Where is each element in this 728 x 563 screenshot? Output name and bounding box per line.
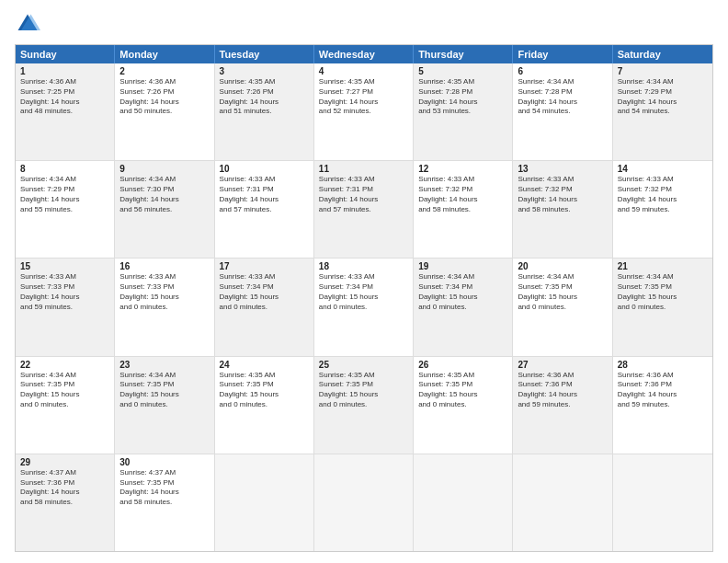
calendar-cell: 10Sunrise: 4:33 AM Sunset: 7:31 PM Dayli… xyxy=(215,161,314,258)
calendar-cell: 8Sunrise: 4:34 AM Sunset: 7:29 PM Daylig… xyxy=(16,161,115,258)
calendar-cell: 13Sunrise: 4:33 AM Sunset: 7:32 PM Dayli… xyxy=(513,161,612,258)
calendar-week-2: 15Sunrise: 4:33 AM Sunset: 7:33 PM Dayli… xyxy=(16,258,712,355)
header-cell-friday: Friday xyxy=(513,45,612,63)
calendar-cell: 25Sunrise: 4:35 AM Sunset: 7:35 PM Dayli… xyxy=(314,357,414,454)
day-number: 1 xyxy=(20,66,109,76)
header-cell-monday: Monday xyxy=(115,45,214,63)
day-number: 16 xyxy=(119,261,209,271)
day-number: 24 xyxy=(220,360,309,370)
calendar-cell: 18Sunrise: 4:33 AM Sunset: 7:34 PM Dayli… xyxy=(314,259,414,355)
calendar-cell: 26Sunrise: 4:35 AM Sunset: 7:35 PM Dayli… xyxy=(414,357,513,454)
cell-info: Sunrise: 4:33 AM Sunset: 7:32 PM Dayligh… xyxy=(618,175,708,214)
calendar-week-4: 29Sunrise: 4:37 AM Sunset: 7:36 PM Dayli… xyxy=(16,454,712,551)
cell-info: Sunrise: 4:37 AM Sunset: 7:35 PM Dayligh… xyxy=(119,468,209,508)
day-number: 15 xyxy=(20,261,109,271)
calendar-week-0: 1Sunrise: 4:36 AM Sunset: 7:25 PM Daylig… xyxy=(16,63,712,160)
cell-info: Sunrise: 4:33 AM Sunset: 7:31 PM Dayligh… xyxy=(319,175,408,214)
header-cell-saturday: Saturday xyxy=(613,45,712,63)
day-number: 5 xyxy=(418,66,507,76)
day-number: 21 xyxy=(618,261,708,271)
day-number: 2 xyxy=(119,66,209,76)
cell-info: Sunrise: 4:35 AM Sunset: 7:27 PM Dayligh… xyxy=(319,77,408,117)
cell-info: Sunrise: 4:37 AM Sunset: 7:36 PM Dayligh… xyxy=(20,468,109,508)
calendar-cell: 16Sunrise: 4:33 AM Sunset: 7:33 PM Dayli… xyxy=(115,259,214,355)
calendar-cell: 2Sunrise: 4:36 AM Sunset: 7:26 PM Daylig… xyxy=(115,63,214,160)
cell-info: Sunrise: 4:33 AM Sunset: 7:32 PM Dayligh… xyxy=(518,175,607,214)
day-number: 25 xyxy=(319,360,408,370)
cell-info: Sunrise: 4:36 AM Sunset: 7:36 PM Dayligh… xyxy=(618,371,708,410)
calendar-cell xyxy=(513,454,612,551)
cell-info: Sunrise: 4:33 AM Sunset: 7:34 PM Dayligh… xyxy=(220,272,309,312)
calendar-week-3: 22Sunrise: 4:34 AM Sunset: 7:35 PM Dayli… xyxy=(16,356,712,454)
cell-info: Sunrise: 4:34 AM Sunset: 7:29 PM Dayligh… xyxy=(20,175,109,214)
cell-info: Sunrise: 4:35 AM Sunset: 7:35 PM Dayligh… xyxy=(418,371,507,410)
calendar-header-row: SundayMondayTuesdayWednesdayThursdayFrid… xyxy=(16,45,712,63)
calendar-cell: 27Sunrise: 4:36 AM Sunset: 7:36 PM Dayli… xyxy=(513,357,612,454)
day-number: 23 xyxy=(119,360,209,370)
cell-info: Sunrise: 4:36 AM Sunset: 7:26 PM Dayligh… xyxy=(119,77,209,117)
cell-info: Sunrise: 4:35 AM Sunset: 7:26 PM Dayligh… xyxy=(220,77,309,117)
calendar-cell: 28Sunrise: 4:36 AM Sunset: 7:36 PM Dayli… xyxy=(613,357,712,454)
day-number: 28 xyxy=(618,360,708,370)
cell-info: Sunrise: 4:34 AM Sunset: 7:28 PM Dayligh… xyxy=(518,77,607,117)
calendar-cell: 11Sunrise: 4:33 AM Sunset: 7:31 PM Dayli… xyxy=(314,161,414,258)
day-number: 12 xyxy=(418,164,507,174)
day-number: 29 xyxy=(20,457,109,467)
header-cell-tuesday: Tuesday xyxy=(215,45,314,63)
calendar-body: 1Sunrise: 4:36 AM Sunset: 7:25 PM Daylig… xyxy=(16,63,712,551)
calendar-cell: 30Sunrise: 4:37 AM Sunset: 7:35 PM Dayli… xyxy=(115,454,214,551)
cell-info: Sunrise: 4:34 AM Sunset: 7:34 PM Dayligh… xyxy=(418,272,507,312)
logo xyxy=(15,11,44,37)
day-number: 9 xyxy=(119,164,209,174)
calendar-cell: 23Sunrise: 4:34 AM Sunset: 7:35 PM Dayli… xyxy=(115,357,214,454)
calendar-cell: 5Sunrise: 4:35 AM Sunset: 7:28 PM Daylig… xyxy=(414,63,513,160)
day-number: 18 xyxy=(319,261,408,271)
page: SundayMondayTuesdayWednesdayThursdayFrid… xyxy=(0,0,728,563)
calendar-cell: 15Sunrise: 4:33 AM Sunset: 7:33 PM Dayli… xyxy=(16,259,115,355)
logo-icon xyxy=(15,11,40,37)
calendar-cell: 19Sunrise: 4:34 AM Sunset: 7:34 PM Dayli… xyxy=(414,259,513,355)
day-number: 27 xyxy=(518,360,607,370)
header-cell-sunday: Sunday xyxy=(16,45,115,63)
calendar-cell: 24Sunrise: 4:35 AM Sunset: 7:35 PM Dayli… xyxy=(215,357,314,454)
calendar-cell: 17Sunrise: 4:33 AM Sunset: 7:34 PM Dayli… xyxy=(215,259,314,355)
calendar-cell: 7Sunrise: 4:34 AM Sunset: 7:29 PM Daylig… xyxy=(613,63,712,160)
cell-info: Sunrise: 4:36 AM Sunset: 7:25 PM Dayligh… xyxy=(20,77,109,117)
cell-info: Sunrise: 4:36 AM Sunset: 7:36 PM Dayligh… xyxy=(518,371,607,410)
calendar-week-1: 8Sunrise: 4:34 AM Sunset: 7:29 PM Daylig… xyxy=(16,160,712,258)
cell-info: Sunrise: 4:34 AM Sunset: 7:30 PM Dayligh… xyxy=(119,175,209,214)
day-number: 6 xyxy=(518,66,607,76)
cell-info: Sunrise: 4:34 AM Sunset: 7:35 PM Dayligh… xyxy=(20,371,109,410)
calendar-cell: 22Sunrise: 4:34 AM Sunset: 7:35 PM Dayli… xyxy=(16,357,115,454)
day-number: 13 xyxy=(518,164,607,174)
day-number: 26 xyxy=(418,360,507,370)
calendar: SundayMondayTuesdayWednesdayThursdayFrid… xyxy=(15,44,713,552)
header-cell-thursday: Thursday xyxy=(414,45,513,63)
cell-info: Sunrise: 4:33 AM Sunset: 7:33 PM Dayligh… xyxy=(119,272,209,312)
day-number: 8 xyxy=(20,164,109,174)
cell-info: Sunrise: 4:34 AM Sunset: 7:35 PM Dayligh… xyxy=(618,272,708,312)
calendar-cell: 14Sunrise: 4:33 AM Sunset: 7:32 PM Dayli… xyxy=(613,161,712,258)
day-number: 7 xyxy=(618,66,708,76)
cell-info: Sunrise: 4:35 AM Sunset: 7:28 PM Dayligh… xyxy=(418,77,507,117)
calendar-cell xyxy=(414,454,513,551)
calendar-cell: 9Sunrise: 4:34 AM Sunset: 7:30 PM Daylig… xyxy=(115,161,214,258)
calendar-cell: 1Sunrise: 4:36 AM Sunset: 7:25 PM Daylig… xyxy=(16,63,115,160)
day-number: 17 xyxy=(220,261,309,271)
cell-info: Sunrise: 4:34 AM Sunset: 7:35 PM Dayligh… xyxy=(119,371,209,410)
day-number: 14 xyxy=(618,164,708,174)
cell-info: Sunrise: 4:34 AM Sunset: 7:35 PM Dayligh… xyxy=(518,272,607,312)
calendar-cell: 6Sunrise: 4:34 AM Sunset: 7:28 PM Daylig… xyxy=(513,63,612,160)
header xyxy=(15,11,713,37)
cell-info: Sunrise: 4:34 AM Sunset: 7:29 PM Dayligh… xyxy=(618,77,708,117)
cell-info: Sunrise: 4:33 AM Sunset: 7:31 PM Dayligh… xyxy=(220,175,309,214)
calendar-cell: 29Sunrise: 4:37 AM Sunset: 7:36 PM Dayli… xyxy=(16,454,115,551)
calendar-cell xyxy=(314,454,414,551)
calendar-cell: 21Sunrise: 4:34 AM Sunset: 7:35 PM Dayli… xyxy=(613,259,712,355)
calendar-cell: 20Sunrise: 4:34 AM Sunset: 7:35 PM Dayli… xyxy=(513,259,612,355)
day-number: 19 xyxy=(418,261,507,271)
day-number: 30 xyxy=(119,457,209,467)
cell-info: Sunrise: 4:33 AM Sunset: 7:34 PM Dayligh… xyxy=(319,272,408,312)
cell-info: Sunrise: 4:35 AM Sunset: 7:35 PM Dayligh… xyxy=(220,371,309,410)
calendar-cell: 4Sunrise: 4:35 AM Sunset: 7:27 PM Daylig… xyxy=(314,63,414,160)
